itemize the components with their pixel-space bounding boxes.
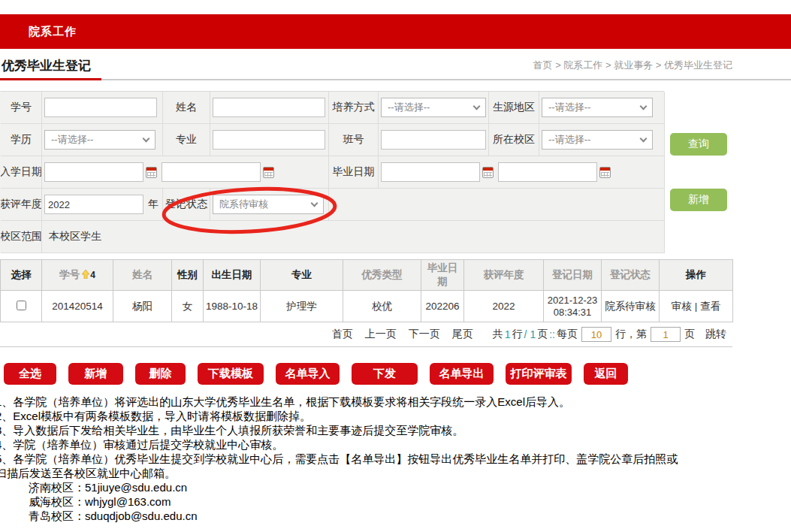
origin-region-label: 生源地区 [489, 92, 539, 124]
results-table: 选择 学号4 姓名 性别 出生日期 专业 优秀类型 毕业日期 获评年度 登记日期… [0, 259, 733, 322]
chevron-down-icon [311, 199, 319, 207]
per-page-input[interactable] [581, 327, 611, 342]
name-input[interactable] [213, 98, 325, 117]
origin-region-select[interactable]: --请选择-- [542, 98, 653, 117]
cell-register-date: 2021-12-23 08:34:31 [544, 291, 602, 322]
award-year-label: 获评年度 [1, 189, 42, 221]
cell-student-id: 201420514 [42, 291, 113, 322]
import-list-button[interactable]: 名单导入 [276, 363, 340, 385]
page-number-input[interactable] [651, 327, 681, 342]
table-header-row: 选择 学号4 姓名 性别 出生日期 专业 优秀类型 毕业日期 获评年度 登记日期… [1, 260, 733, 291]
jump-button[interactable]: 跳转 [705, 328, 726, 341]
breadcrumb[interactable]: 首页 > 院系工作 > 就业事务 > 优秀毕业生登记 [533, 59, 732, 72]
back-button[interactable]: 返回 [584, 363, 628, 385]
prev-page-link[interactable]: 上一页 [365, 328, 397, 341]
top-strip [0, 0, 791, 14]
student-id-input[interactable] [44, 98, 157, 117]
graduate-date-start-input[interactable] [381, 162, 480, 182]
enroll-date-end-input[interactable] [162, 162, 261, 182]
pagination-summary: 共1行/1页::每页行，第页 [493, 327, 695, 342]
export-list-button[interactable]: 名单导出 [430, 363, 494, 385]
chevron-down-icon [143, 135, 150, 142]
calendar-icon[interactable] [599, 167, 611, 178]
review-link[interactable]: 审核 [672, 301, 692, 312]
cell-actions: 审核|查看 [660, 291, 733, 322]
instruction-line: 3、导入数据后下发给相关毕业生，由毕业生个人填报所获荣誉和主要事迹后提交至学院审… [0, 423, 791, 437]
graduate-date-end-input[interactable] [498, 162, 597, 182]
sort-order-number: 4 [90, 270, 95, 280]
total-rows: 1 [505, 328, 511, 340]
app-header: 院系工作 [0, 14, 791, 49]
first-page-link[interactable]: 首页 [332, 328, 353, 341]
chevron-down-icon [640, 135, 648, 142]
col-register-date-sortable[interactable]: 登记日期 [544, 260, 602, 291]
chevron-down-icon [473, 102, 481, 110]
award-year-input[interactable] [44, 195, 143, 214]
cell-gender: 女 [172, 291, 204, 322]
status-label: 登记状态 [163, 189, 210, 221]
major-label: 专业 [163, 124, 210, 156]
col-birth-date: 出生日期 [204, 260, 261, 291]
total-pages: 1 [530, 328, 536, 340]
calendar-icon[interactable] [146, 167, 157, 178]
col-gender: 性别 [172, 260, 204, 291]
view-link[interactable]: 查看 [700, 301, 720, 312]
col-award-year-sortable[interactable]: 获评年度 [464, 260, 544, 291]
add-button[interactable]: 新增 [670, 189, 727, 211]
row-checkbox[interactable] [17, 301, 26, 310]
action-button-bar: 全选 新增 删除 下载模板 名单导入 下发 名单导出 打印评审表 返回 [4, 363, 791, 385]
delete-button[interactable]: 删除 [135, 363, 186, 385]
app-header-title: 院系工作 [29, 25, 77, 39]
last-page-link[interactable]: 尾页 [452, 328, 473, 341]
education-select[interactable]: --请选择-- [44, 130, 155, 150]
select-all-button[interactable]: 全选 [4, 363, 56, 385]
search-filter-panel: 学号 姓名 培养方式 --请选择-- 生源地区 --请选择-- 学历 [0, 91, 664, 253]
training-mode-select[interactable]: --请选择-- [381, 98, 486, 117]
major-input[interactable] [213, 130, 325, 150]
instruction-line: 4、学院（培养单位）审核通过后提交学校就业中心审核。 [0, 437, 791, 452]
col-graduate-date-sortable[interactable]: 毕业日期 [421, 260, 464, 291]
enroll-date-start-input[interactable] [44, 162, 143, 182]
calendar-icon[interactable] [263, 167, 274, 178]
col-status-sortable[interactable]: 登记状态 [602, 260, 660, 291]
pagination-bar: 首页 上一页 下一页 尾页 共1行/1页::每页行，第页 跳转 [0, 322, 732, 347]
instruction-line: 扫描后发送至各校区就业中心邮箱。 [0, 466, 791, 480]
year-suffix: 年 [148, 198, 159, 211]
cell-name: 杨阳 [113, 291, 172, 322]
download-template-button[interactable]: 下载模板 [198, 363, 264, 385]
campus-scope-value: 本校区学生 [44, 230, 101, 243]
status-select[interactable]: 院系待审核 [213, 195, 324, 214]
class-no-input[interactable] [381, 130, 486, 150]
class-no-label: 班号 [329, 124, 379, 156]
search-button[interactable]: 查询 [670, 133, 727, 156]
col-actions: 操作 [660, 260, 733, 291]
cell-birth-date: 1988-10-18 [204, 291, 261, 322]
calendar-icon[interactable] [482, 167, 494, 178]
campus-label: 所在校区 [489, 124, 539, 156]
email-weihai: 威海校区：whjygl@163.com [0, 494, 791, 509]
page: 院系工作 优秀毕业生登记 首页 > 院系工作 > 就业事务 > 优秀毕业生登记 … [0, 0, 791, 532]
col-honor-type-sortable[interactable]: 优秀类型 [343, 260, 421, 291]
cell-honor-type: 校优 [343, 291, 421, 322]
name-label: 姓名 [163, 92, 210, 124]
instruction-line: 5、各学院（培养单位）优秀毕业生提交到学校就业中心后，需要点击【名单导出】按钮导… [0, 452, 791, 466]
student-id-label: 学号 [1, 92, 42, 124]
distribute-button[interactable]: 下发 [352, 363, 418, 385]
table-row: 201420514 杨阳 女 1988-10-18 护理学 校优 202206 … [1, 291, 733, 322]
campus-select[interactable]: --请选择-- [542, 130, 653, 150]
cell-status: 院系待审核 [602, 291, 660, 322]
col-student-id-sortable[interactable]: 学号4 [42, 260, 113, 291]
cell-award-year: 2022 [464, 291, 544, 322]
email-qingdao: 青岛校区：sduqdjob@sdu.edu.cn [0, 509, 791, 523]
sort-up-arrow-icon [82, 270, 89, 281]
col-name-sortable[interactable]: 姓名 [113, 260, 172, 291]
page-title: 优秀毕业生登记 [0, 57, 101, 80]
empty-cell [329, 189, 665, 221]
add-record-button[interactable]: 新增 [68, 363, 123, 385]
graduate-date-label: 毕业日期 [329, 156, 379, 189]
print-review-button[interactable]: 打印评审表 [506, 363, 572, 385]
instructions: 1、各学院（培养单位）将评选出的山东大学优秀毕业生名单，根据下载模板要求将相关字… [0, 394, 791, 523]
next-page-link[interactable]: 下一页 [409, 328, 440, 341]
chevron-down-icon [640, 102, 648, 110]
search-section: 学号 姓名 培养方式 --请选择-- 生源地区 --请选择-- 学历 [0, 91, 791, 253]
